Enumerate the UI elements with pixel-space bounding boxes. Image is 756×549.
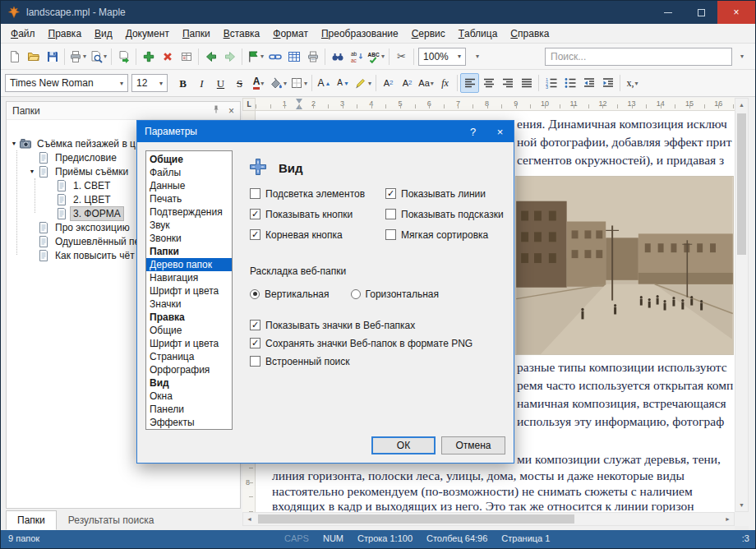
print-page-button[interactable] — [303, 47, 322, 67]
checkbox-checked-icon[interactable]: ✓ — [250, 338, 260, 348]
toolbar-overflow-button[interactable]: ▾ — [468, 47, 486, 67]
zoom-combo[interactable]: 100% ▾ — [418, 48, 466, 66]
menu-tools[interactable]: Сервис — [405, 24, 452, 43]
replace-button[interactable]: abac — [347, 47, 366, 67]
hyperlink-button[interactable] — [265, 47, 284, 67]
cut-scissors-button[interactable]: ✂ — [392, 47, 411, 67]
print-preview-button[interactable]: ▾ — [88, 47, 108, 67]
font-size-combo[interactable]: 12 ▾ — [131, 74, 168, 92]
scroll-right-icon[interactable]: ► — [721, 513, 734, 525]
strikethrough-button[interactable]: S — [230, 73, 249, 93]
save-button[interactable] — [43, 47, 62, 67]
menu-edit[interactable]: Правка — [42, 24, 89, 43]
align-right-button[interactable] — [498, 73, 517, 93]
change-case-button[interactable]: Aa▾ — [417, 73, 436, 93]
checkbox-row[interactable]: ✓Показывать значки в Веб-папках — [250, 320, 472, 330]
checkbox-checked-icon[interactable]: ✓ — [250, 209, 260, 219]
fill-color-button[interactable]: ▾ — [268, 73, 288, 93]
formula-button[interactable]: fx — [436, 73, 454, 93]
settings-category-19[interactable]: Панели — [146, 403, 232, 416]
settings-category-7[interactable]: Папки — [146, 245, 232, 258]
document-photo[interactable] — [515, 176, 734, 355]
settings-category-8[interactable]: Дерево папок — [146, 258, 232, 271]
font-color-button[interactable]: A▾ — [249, 73, 268, 93]
decrease-indent-button[interactable] — [579, 73, 598, 93]
settings-category-10[interactable]: Шрифт и цвета — [146, 284, 232, 298]
settings-category-12[interactable]: Правка — [146, 311, 232, 324]
delete-item-button[interactable] — [158, 47, 177, 67]
increase-indent-button[interactable] — [598, 73, 617, 93]
horizontal-scrollbar[interactable]: ◄ ► — [242, 512, 735, 526]
align-justify-button[interactable] — [517, 73, 536, 93]
superscript-button[interactable]: A2 — [379, 73, 398, 93]
open-folder-button[interactable] — [24, 47, 43, 67]
search-input[interactable] — [546, 51, 731, 62]
checkbox-unchecked-icon[interactable] — [385, 229, 396, 240]
menu-help[interactable]: Справка — [504, 24, 555, 43]
checkbox-unchecked-icon[interactable] — [250, 188, 260, 199]
settings-category-20[interactable]: Эффекты — [146, 416, 232, 429]
underline-button[interactable]: U — [211, 73, 230, 93]
menu-table[interactable]: Таблица — [452, 24, 505, 43]
print-button[interactable]: ▾ — [67, 47, 88, 67]
checkbox-row[interactable]: ✓Показывать кнопки — [250, 209, 365, 219]
settings-category-14[interactable]: Шрифт и цвета — [146, 337, 232, 350]
panel-tab-0[interactable]: Папки — [6, 510, 57, 530]
scroll-up-icon[interactable]: ▲ — [735, 99, 748, 111]
left-indent-marker[interactable] — [296, 104, 302, 109]
search-options-button[interactable]: ▾ — [732, 47, 751, 67]
shrink-font-button[interactable]: A▼ — [334, 73, 353, 93]
settings-category-3[interactable]: Печать — [146, 192, 232, 205]
checkbox-row[interactable]: Мягкая сортировка — [385, 229, 504, 240]
scroll-down-icon[interactable]: ▼ — [735, 499, 748, 511]
bulleted-list-button[interactable] — [560, 73, 579, 93]
checkbox-checked-icon[interactable]: ✓ — [385, 188, 396, 199]
menu-folders[interactable]: Папки — [176, 24, 217, 43]
dialog-help-button[interactable]: ? — [459, 121, 486, 142]
checkbox-row[interactable]: Встроенный поиск — [250, 356, 472, 367]
checkbox-checked-icon[interactable]: ✓ — [250, 320, 260, 330]
pin-icon[interactable] — [211, 104, 221, 117]
settings-category-18[interactable]: Окна — [146, 390, 232, 403]
font-family-combo[interactable]: Times New Roman ▾ — [5, 74, 128, 92]
insert-symbol-button[interactable]: x,▾ — [623, 73, 642, 93]
first-line-indent-marker[interactable] — [296, 99, 302, 104]
settings-category-11[interactable]: Значки — [146, 298, 232, 311]
checkbox-unchecked-icon[interactable] — [385, 209, 396, 219]
tab-stop-selector[interactable]: L — [242, 98, 256, 111]
checkbox-row[interactable]: Подсветка элементов — [250, 188, 365, 199]
settings-category-5[interactable]: Звук — [146, 219, 232, 232]
settings-category-1[interactable]: Файлы — [146, 166, 232, 179]
menu-format[interactable]: Формат — [266, 24, 315, 43]
settings-category-9[interactable]: Навигация — [146, 271, 232, 284]
bookmark-flag-button[interactable]: ▾ — [245, 47, 265, 67]
panel-tab-1[interactable]: Результаты поиска — [57, 510, 166, 530]
grow-font-button[interactable]: A▲ — [315, 73, 334, 93]
export-button[interactable] — [114, 47, 133, 67]
dialog-close-button[interactable]: × — [486, 121, 514, 142]
scroll-left-icon[interactable]: ◄ — [243, 513, 256, 525]
subscript-button[interactable]: A2 — [398, 73, 417, 93]
menu-insert[interactable]: Вставка — [217, 24, 267, 43]
settings-category-0[interactable]: Общие — [146, 153, 232, 166]
minimize-button[interactable] — [652, 1, 685, 24]
forward-button[interactable] — [220, 47, 239, 67]
radio-row[interactable]: Вертикальная — [250, 288, 330, 299]
settings-category-6[interactable]: Звонки — [146, 232, 232, 245]
settings-category-13[interactable]: Общие — [146, 324, 232, 337]
checkbox-unchecked-icon[interactable] — [250, 356, 260, 367]
insert-table-button[interactable] — [284, 47, 303, 67]
back-button[interactable] — [201, 47, 220, 67]
menu-file[interactable]: Файл — [4, 24, 42, 43]
cancel-button[interactable]: Отмена — [441, 436, 505, 454]
new-document-button[interactable] — [5, 47, 24, 67]
close-button[interactable]: × — [717, 1, 755, 24]
align-left-button[interactable] — [460, 73, 479, 93]
menu-view[interactable]: Вид — [88, 24, 119, 43]
radio-unselected-icon[interactable] — [351, 289, 361, 299]
expander-icon[interactable]: ▼ — [28, 168, 36, 174]
settings-category-2[interactable]: Данные — [146, 179, 232, 192]
spellcheck-button[interactable]: ABC▾ — [366, 47, 386, 67]
ok-button[interactable]: ОК — [371, 436, 436, 454]
checkbox-row[interactable]: ✓Показывать линии — [385, 188, 504, 199]
